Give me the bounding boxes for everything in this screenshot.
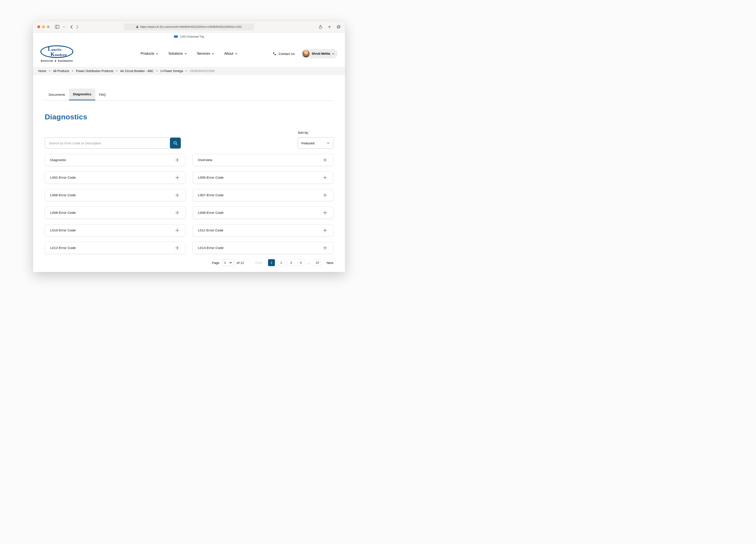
page-select-value: 1: [224, 261, 226, 264]
contact-us-link[interactable]: Contact Us: [273, 52, 295, 56]
user-menu[interactable]: Shruti Mehta: [301, 49, 338, 58]
accordion-card-l002[interactable]: L002-Error Code: [45, 171, 186, 184]
expand-plus-icon[interactable]: [322, 210, 328, 215]
search-bar: [45, 137, 181, 149]
prev-page-button[interactable]: Prev: [255, 261, 262, 264]
accordion-column-right: Overview L005-Error Code L007-Error Code…: [192, 154, 333, 254]
accordion-card-l009[interactable]: L009-Error Code: [192, 207, 333, 219]
expand-plus-icon[interactable]: [174, 175, 180, 180]
accordion-label: L009-Error Code: [198, 211, 224, 215]
accordion-label: L013-Error Code: [198, 246, 224, 250]
logo-line-2: Knudsen: [51, 52, 67, 57]
accordion-label: L007-Error Code: [198, 193, 224, 197]
minimize-window-button[interactable]: [42, 25, 45, 28]
nav-solutions[interactable]: Solutions: [168, 52, 187, 56]
nav-services[interactable]: Services: [197, 52, 214, 56]
chevron-down-icon: [212, 53, 214, 54]
browser-tab-strip: L002-Overload Trip: [33, 33, 345, 40]
expand-plus-icon[interactable]: [322, 175, 328, 180]
sidebar-chevron-icon[interactable]: [63, 26, 65, 28]
accordion-card-overview[interactable]: Overview: [192, 154, 333, 166]
accordion-label: Diagnostic: [50, 158, 66, 162]
back-button-icon[interactable]: [70, 25, 73, 29]
expand-plus-icon[interactable]: [322, 245, 328, 251]
breadcrumb: Home > All Products > Power Distribution…: [33, 67, 345, 75]
expand-plus-icon[interactable]: [174, 157, 180, 163]
sidebar-toggle-icon[interactable]: [55, 25, 59, 29]
page-select[interactable]: 1: [222, 259, 234, 266]
breadcrumb-home[interactable]: Home: [38, 69, 46, 73]
page-of-label: of 12: [237, 261, 244, 264]
page-button-4[interactable]: 4: [297, 259, 304, 266]
share-icon[interactable]: [319, 25, 322, 29]
accordion-card-l008[interactable]: L008-Error Code: [45, 207, 186, 219]
page-label: Page: [212, 261, 219, 264]
accordion-card-diagnostic[interactable]: Diagnostic: [45, 154, 186, 166]
accordion-label: L002-Error Code: [50, 176, 76, 179]
browser-window: https://www.LK-EA.com/cn/ref=UW363HXD223…: [33, 21, 345, 272]
page-button-3[interactable]: 3: [288, 259, 294, 266]
breadcrumb-separator: >: [186, 69, 187, 72]
next-page-button[interactable]: Next: [327, 261, 333, 264]
expand-plus-icon[interactable]: [322, 227, 328, 233]
lock-icon: [136, 25, 138, 28]
expand-plus-icon[interactable]: [174, 210, 180, 215]
accordion-card-l010[interactable]: L010-Error Code: [45, 224, 186, 236]
accordion-label: L005-Error Code: [198, 176, 224, 179]
expand-plus-icon[interactable]: [322, 192, 328, 198]
expand-plus-icon[interactable]: [174, 245, 180, 251]
search-input[interactable]: [45, 137, 181, 149]
url-text: https://www.LK-EA.com/cn/ref=UW363HXD223…: [140, 25, 242, 28]
accordion-card-l012[interactable]: L012-Error Code: [45, 242, 186, 254]
fullscreen-window-button[interactable]: [47, 25, 50, 28]
main-nav: Products Solutions Services About: [141, 52, 237, 56]
page-button-10[interactable]: 10: [314, 259, 321, 266]
breadcrumb-air-circuit-breaker[interactable]: Air Circuit Breaker - ABC: [120, 69, 154, 73]
chevron-down-icon: [332, 53, 334, 54]
content-tabs: Documents Diagnostics FAQ: [45, 89, 333, 100]
accordion-card-l007[interactable]: L007-Error Code: [192, 189, 333, 201]
expand-plus-icon[interactable]: [174, 227, 180, 233]
breadcrumb-power-distribution[interactable]: Power Distribution Products: [76, 69, 113, 73]
page-title: Diagnostics: [45, 113, 333, 121]
close-window-button[interactable]: [37, 25, 40, 28]
nav-about[interactable]: About: [224, 52, 237, 56]
accordion-label: L012-Error Code: [50, 246, 76, 250]
pagination: Page 1 of 12 Prev 1 2 3 4 ... 10 Next: [45, 259, 333, 266]
address-bar[interactable]: https://www.LK-EA.com/cn/ref=UW363HXD223…: [124, 23, 254, 30]
new-tab-icon[interactable]: [328, 25, 331, 29]
brand-logo[interactable]: Lauritz Knudsen Electrical & Automation: [40, 45, 73, 62]
expand-plus-icon[interactable]: [174, 192, 180, 198]
contact-us-label: Contact Us: [279, 52, 295, 56]
sort-by-label: Sort by:: [298, 131, 309, 134]
chevron-down-icon: [184, 53, 187, 54]
nav-products[interactable]: Products: [141, 52, 158, 56]
breadcrumb-separator: >: [49, 69, 50, 72]
toolbar-actions: [319, 25, 341, 29]
breadcrumb-separator: >: [72, 69, 73, 72]
breadcrumb-separator: >: [156, 69, 158, 72]
search-icon: [173, 141, 178, 145]
sort-selected-value: Featured: [301, 141, 314, 145]
tab-faq[interactable]: FAQ: [95, 89, 110, 100]
sort-dropdown[interactable]: Featured: [298, 137, 333, 149]
search-button[interactable]: [170, 138, 181, 148]
accordion-label: L006-Error Code: [50, 193, 76, 197]
breadcrumb-all-products[interactable]: All Products: [53, 69, 69, 73]
accordion-card-l006[interactable]: L006-Error Code: [45, 189, 186, 201]
logo-line-1: Lauritz: [48, 46, 62, 52]
page-button-1[interactable]: 1: [268, 259, 275, 266]
accordion-card-l005[interactable]: L005-Error Code: [192, 171, 333, 184]
forward-button-icon[interactable]: [76, 25, 79, 29]
browser-tab[interactable]: L002-Overload Trip: [174, 35, 204, 38]
page-button-2[interactable]: 2: [278, 259, 285, 266]
breadcrumb-current: UW363HXD22300: [190, 69, 215, 73]
tab-documents[interactable]: Documents: [45, 89, 69, 100]
accordion-card-l011[interactable]: L011-Error Code: [192, 224, 333, 236]
main-content: Documents Diagnostics FAQ Diagnostics So…: [33, 75, 345, 272]
accordion-card-l013[interactable]: L013-Error Code: [192, 242, 333, 254]
expand-plus-icon[interactable]: [322, 157, 328, 163]
breadcrumb-u-power-omega[interactable]: U-Power Omega: [160, 69, 183, 73]
tab-diagnostics[interactable]: Diagnostics: [69, 89, 95, 100]
tab-overview-icon[interactable]: [337, 25, 341, 29]
